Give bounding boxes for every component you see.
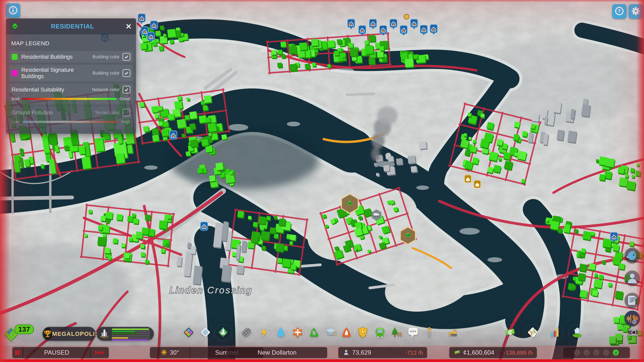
milestone-name-pill[interactable]: MEGALOPOLIS — [42, 327, 96, 341]
event-marker — [404, 14, 409, 19]
settings-button[interactable] — [628, 4, 643, 18]
notification-marker[interactable] — [369, 19, 377, 29]
checkbox-signature[interactable] — [122, 69, 130, 77]
temperature: 30° — [150, 347, 190, 358]
notification-marker[interactable] — [150, 21, 158, 31]
police-tool-button[interactable] — [354, 324, 372, 341]
alert-strip — [0, 359, 644, 362]
zones-tool-button[interactable] — [180, 324, 198, 341]
happiness-face-sad — [584, 350, 590, 356]
progression-tool-button[interactable] — [568, 324, 586, 341]
economy-icon: ¢ — [504, 326, 516, 339]
fire-rescue-icon — [340, 326, 353, 339]
notification-marker[interactable] — [138, 14, 146, 24]
signature-buildings-tool-button[interactable] — [214, 324, 232, 341]
notification-marker[interactable] — [610, 232, 618, 242]
money-icon — [454, 349, 461, 357]
help-button[interactable]: ? — [612, 4, 626, 18]
parks-recreation-icon — [391, 326, 404, 339]
signature-swatch — [12, 70, 18, 76]
notification-marker[interactable] — [147, 32, 155, 42]
high-residential-demand — [112, 333, 150, 334]
zoning-demand-pill[interactable] — [96, 327, 154, 341]
notification-marker[interactable] — [410, 19, 418, 29]
roads-icon — [240, 326, 253, 339]
transportation-tool-button[interactable] — [371, 324, 389, 341]
signature-building-marker[interactable] — [342, 194, 358, 213]
treasury-value: ¢1,600,604 — [463, 349, 494, 356]
notification-marker[interactable] — [400, 25, 407, 35]
population-pill[interactable]: 73,629 -712 /h — [338, 347, 427, 358]
pause-button[interactable] — [12, 347, 23, 358]
fire-rescue-tool-button[interactable] — [338, 324, 355, 341]
education-icon — [324, 326, 337, 339]
happiness-face-neutral — [593, 350, 600, 356]
water-sewage-tool-button[interactable] — [272, 324, 290, 341]
checkbox-suitability[interactable] — [122, 86, 130, 93]
info-views-tool-button[interactable] — [524, 324, 542, 341]
svg-text:?: ? — [618, 8, 621, 14]
notification-marker[interactable] — [390, 19, 397, 29]
garbage-icon — [308, 326, 320, 339]
milestone-level-badge: 137 — [14, 325, 34, 334]
legend-row-signature: Residential Signature Buildings Building… — [9, 65, 133, 81]
bulldozer-tool-button[interactable] — [446, 324, 463, 341]
notification-marker[interactable] — [358, 25, 366, 35]
garbage-tool-button[interactable] — [306, 324, 323, 341]
notification-marker[interactable] — [200, 222, 208, 232]
electricity-icon — [258, 326, 270, 339]
population-icon — [342, 349, 350, 357]
info-icon — [8, 5, 18, 16]
chirper-button[interactable] — [623, 247, 641, 265]
journal-button[interactable] — [623, 292, 641, 310]
trophy-icon — [43, 328, 52, 340]
water-sewage-icon — [275, 326, 287, 339]
fast-forward-icon — [94, 350, 105, 356]
notification-marker[interactable] — [380, 25, 387, 35]
speed-button[interactable] — [90, 347, 109, 358]
info-view-button[interactable] — [6, 3, 20, 18]
signature-buildings-icon — [217, 326, 229, 339]
population-value: 73,629 — [352, 349, 371, 356]
parks-recreation-tool-button[interactable] — [388, 324, 406, 341]
areas-tool-button[interactable] — [197, 324, 214, 341]
legend-row-residential: Residential Buildings Building color — [9, 51, 133, 63]
chirper-icon — [624, 247, 641, 265]
happiness-face-miserable — [574, 350, 580, 356]
industrial-demand — [112, 337, 150, 339]
areas-icon — [199, 326, 212, 339]
statistics-tool-button[interactable] — [546, 324, 564, 341]
gear-icon — [630, 6, 641, 17]
happiness-face-happy — [613, 350, 619, 356]
education-tool-button[interactable] — [322, 324, 340, 341]
housing-marker[interactable] — [474, 180, 481, 188]
bulldozer-icon — [448, 326, 461, 339]
close-icon[interactable]: ✕ — [126, 23, 132, 30]
photo-mode-tool-button[interactable] — [624, 324, 642, 341]
city-name: New Dollarton — [258, 349, 296, 356]
signature-building-marker[interactable] — [400, 227, 416, 244]
sim-state: PAUSED — [23, 347, 90, 358]
healthcare-tool-button[interactable] — [289, 324, 306, 341]
legend-row-ground-pollution: Ground Pollution Terrain color Low High — [9, 106, 133, 127]
low-residential-demand — [112, 329, 150, 330]
housing-marker[interactable] — [464, 175, 471, 183]
notification-marker[interactable] — [420, 25, 428, 35]
city-name-pill[interactable]: New Dollarton — [227, 347, 327, 358]
happiness-pill[interactable] — [563, 347, 630, 358]
checkbox-residential[interactable] — [122, 53, 130, 61]
notification-marker[interactable] — [348, 19, 355, 29]
pause-icon — [14, 349, 21, 356]
roads-tool-button[interactable] — [238, 324, 255, 341]
office-demand — [112, 339, 150, 341]
notification-marker[interactable] — [170, 131, 177, 141]
electricity-tool-button[interactable] — [256, 324, 273, 341]
treasury-pill[interactable]: ¢1,600,604 -138,699 /h — [449, 347, 537, 358]
landscaping-tool-button[interactable] — [420, 324, 438, 341]
citizen-button[interactable] — [623, 270, 641, 288]
checkbox-pollution[interactable] — [122, 109, 130, 116]
economy-tool-button[interactable]: ¢ — [502, 324, 519, 341]
notification-marker[interactable] — [430, 24, 438, 34]
medium-residential-demand — [112, 331, 150, 332]
communications-tool-button[interactable] — [404, 324, 422, 341]
